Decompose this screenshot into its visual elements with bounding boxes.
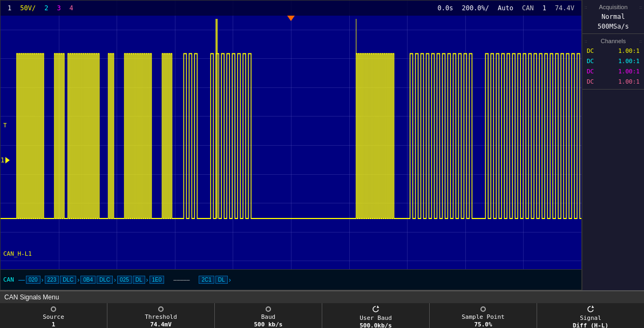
user-baud-value: 500.0kb/s (360, 322, 392, 328)
ch2-ratio: 1.00:1 (618, 58, 640, 65)
signal-value: Diff (H-L) (573, 322, 608, 328)
threshold-indicator (158, 306, 164, 312)
ch2-row: DC 1.00:1 (585, 56, 642, 66)
trigger-ch-display: 1 (538, 4, 551, 12)
channel-num-4: 4 (65, 4, 78, 12)
frame-conn-6: › (229, 276, 231, 284)
source-label: Source (43, 313, 64, 321)
acquisition-section: :: Acquisition :: Normal 500MSa/s (582, 0, 644, 34)
sample-point-value: 75.0% (474, 321, 492, 328)
ch1-coupling: DC (587, 47, 594, 54)
frame-conn-1: — (18, 276, 25, 284)
menu-buttons: Source 1 Threshold 74.4mV Baud 500 kb/s (0, 303, 644, 328)
threshold-button[interactable]: Threshold 74.4mV (107, 303, 215, 328)
can-header-label: CAN (518, 4, 538, 12)
baud-label: Baud (261, 313, 276, 321)
acquisition-mode: Normal (585, 12, 642, 22)
frame-gap: ————— (165, 277, 198, 283)
acquisition-title: :: Acquisition :: (585, 2, 642, 12)
ch3-coupling: DC (587, 68, 594, 75)
trigger-voltage: 74.4V (551, 4, 579, 12)
ch1-scale: 50V/ (16, 4, 40, 12)
time-reference-marker: T (3, 122, 7, 129)
frame-dlc-4: DL (215, 276, 228, 284)
baud-value: 500 kb/s (254, 321, 283, 328)
channel-num-3: 3 (52, 4, 65, 12)
acquisition-rate: 500MSa/s (585, 22, 642, 31)
trigger-mode: Auto (493, 4, 518, 12)
ch2-coupling: DC (587, 58, 594, 65)
threshold-label: Threshold (145, 313, 177, 321)
user-baud-button[interactable]: User Baud 500.0kb/s (322, 303, 430, 328)
ch1-ratio: 1.00:1 (618, 47, 640, 54)
ch1-row: DC 1.00:1 (585, 46, 642, 56)
frame-id-5: 1E0 (150, 276, 165, 284)
baud-button[interactable]: Baud 500 kb/s (215, 303, 322, 328)
baud-indicator (266, 306, 271, 312)
frame-id-1: 020 (26, 276, 40, 284)
can-frames: — 020 › 223 DLC › 0B4 DLC › 025 DL › 1E0… (18, 276, 231, 284)
sample-point-button[interactable]: Sample Point 75.0% (430, 303, 537, 328)
threshold-value: 74.4mV (150, 321, 172, 328)
waveform-svg (1, 16, 581, 269)
trigger-marker-top (287, 16, 295, 21)
menu-title: CAN Signals Menu (0, 291, 644, 303)
waveform-screen: 1 50V/ 2 3 4 0.0s 200.0%/ Auto CAN 1 74.… (0, 0, 582, 290)
frame-dlc-1: DLC (60, 276, 76, 284)
channel-label: CAN_H-L1 (3, 250, 32, 257)
channels-title: :: Channels :: (585, 36, 642, 46)
user-baud-label: User Baud (360, 315, 392, 322)
channel-num-2: 2 (40, 4, 52, 12)
frame-conn-5: › (146, 276, 148, 284)
signal-refresh-icon (587, 305, 594, 313)
ch4-ratio: 1.00:1 (618, 78, 640, 85)
trigger-level-marker: 1 (1, 156, 11, 164)
ch4-coupling: DC (587, 78, 594, 85)
channels-section: :: Channels :: DC 1.00:1 DC 1.00:1 DC 1 (582, 34, 644, 90)
timebase-display: 200.0%/ (457, 4, 493, 12)
channel-num-1: 1 (3, 4, 16, 12)
screen-header: 1 50V/ 2 3 4 0.0s 200.0%/ Auto CAN 1 74.… (1, 1, 581, 16)
time-display: 0.0s (433, 4, 458, 12)
can-decode-label: CAN (3, 276, 14, 283)
sample-point-label: Sample Point (462, 313, 504, 321)
sample-point-indicator (480, 306, 486, 312)
frame-conn-4: › (114, 276, 116, 284)
frame-id-4: 025 (117, 276, 132, 284)
frame-id-2: 223 (45, 276, 59, 284)
can-decode-bar: CAN — 020 › 223 DLC › 0B4 DLC › 025 DL ›… (1, 269, 581, 290)
ch3-ratio: 1.00:1 (618, 68, 640, 75)
source-button[interactable]: Source 1 (0, 303, 107, 328)
refresh-icon (372, 305, 379, 313)
source-indicator (51, 306, 56, 312)
signal-label: Signal (580, 315, 601, 322)
ch4-row: DC 1.00:1 (585, 77, 642, 87)
display-area: 1 50V/ 2 3 4 0.0s 200.0%/ Auto CAN 1 74.… (0, 0, 644, 290)
frame-id-3: 0B4 (80, 276, 96, 284)
bottom-menu: CAN Signals Menu Source 1 Threshold 74.4… (0, 290, 644, 328)
right-panel: :: Acquisition :: Normal 500MSa/s :: Cha… (582, 0, 644, 290)
frame-conn-2: › (42, 276, 44, 284)
frame-conn-3: › (77, 276, 79, 284)
ch3-row: DC 1.00:1 (585, 66, 642, 77)
frame-id-6: 2C1 (199, 276, 214, 284)
frame-dlc-2: DLC (97, 276, 113, 284)
source-value: 1 (52, 321, 56, 328)
oscilloscope: 1 50V/ 2 3 4 0.0s 200.0%/ Auto CAN 1 74.… (0, 0, 644, 328)
frame-dlc-3: DL (133, 276, 145, 284)
signal-button[interactable]: Signal Diff (H-L) (537, 303, 644, 328)
